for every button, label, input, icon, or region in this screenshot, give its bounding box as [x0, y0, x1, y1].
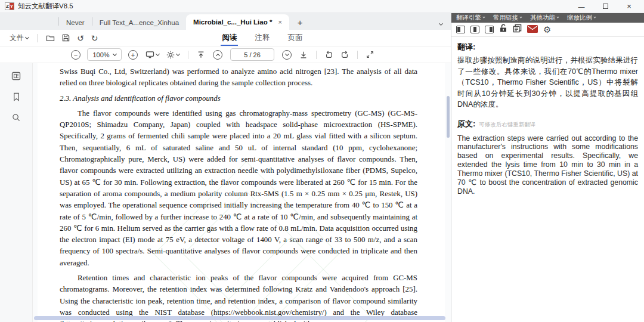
- original-hint: 可修改后右键重新翻译: [479, 121, 535, 129]
- menu-common-links[interactable]: 常用链接: [493, 14, 522, 22]
- tab-microbial-active[interactable]: Microbial_c..._Hui Liao * ×: [186, 14, 289, 30]
- lock-button[interactable]: [499, 24, 507, 35]
- tab-annotate[interactable]: 注释: [253, 30, 271, 46]
- rotate-right-button[interactable]: [340, 51, 349, 59]
- previous-page-button[interactable]: [213, 50, 222, 60]
- new-tab-button[interactable]: +: [298, 17, 303, 30]
- copy-document-icon: [513, 24, 522, 33]
- rotate-left-button[interactable]: [325, 51, 333, 59]
- folder-open-icon: [46, 34, 55, 42]
- translation-label: 翻译:: [457, 42, 638, 52]
- page-number-input[interactable]: 5 / 26: [230, 48, 274, 61]
- tab-read[interactable]: 阅读: [221, 30, 238, 46]
- thumbnail-list-icon: [11, 72, 21, 80]
- bookmarks-panel-button[interactable]: [13, 92, 20, 104]
- pdf-paragraph-1: The flavor compounds were identified usi…: [60, 108, 417, 269]
- toolbar-divider: [37, 34, 38, 42]
- monitor-icon: [145, 51, 154, 58]
- document-tab-bar: Never Full Text_A...ence_Xinhua Microbia…: [0, 13, 451, 30]
- zoom-out-button[interactable]: −: [71, 50, 80, 60]
- file-menu[interactable]: 文件: [10, 33, 29, 43]
- bookmark-icon: [13, 92, 20, 101]
- tab-fulltext[interactable]: Full Text_A...ence_Xinhua: [92, 16, 186, 30]
- menu-other-functions[interactable]: 其他功能: [530, 14, 559, 22]
- chevron-down-icon: [156, 51, 160, 55]
- save-icon: [62, 34, 70, 42]
- menu-zoom-ratio-label: 缩放比例: [567, 14, 592, 22]
- chevron-down-icon: [556, 16, 559, 18]
- app-window: Z Y 知云文献翻译V8.5 — × Never Full Text_A...e…: [0, 0, 644, 322]
- rotate-left-icon: [325, 51, 333, 59]
- translation-pane: 翻译引擎 常用链接 其他功能 缩放比例 ⚙: [451, 13, 644, 322]
- navigation-sidebar: [0, 63, 33, 322]
- chevron-up-icon: [215, 53, 219, 57]
- horizontal-scrollbar-thumb[interactable]: [34, 316, 445, 320]
- rotate-right-icon: [340, 51, 349, 59]
- translation-toolbar: ⚙: [451, 23, 644, 37]
- file-menu-label: 文件: [10, 33, 24, 43]
- original-label: 原文:: [457, 119, 475, 129]
- redo-icon: ↻: [91, 33, 98, 43]
- fullscreen-button[interactable]: [366, 51, 374, 58]
- pdf-viewer-pane: Never Full Text_A...ence_Xinhua Microbia…: [0, 13, 451, 322]
- zoom-in-button[interactable]: +: [128, 50, 138, 60]
- title-bar: Z Y 知云文献翻译V8.5 — ×: [0, 0, 644, 13]
- settings-gear-icon[interactable]: ⚙: [543, 25, 551, 34]
- brightness-button[interactable]: [166, 51, 179, 59]
- vertical-scrollbar-thumb[interactable]: [447, 96, 450, 138]
- tab-never-label: Never: [66, 19, 85, 26]
- window-title: 知云文献翻译V8.5: [18, 2, 73, 11]
- pdf-page-area[interactable]: Swiss Buqi Co., Ltd, Switzerland) was pe…: [33, 63, 451, 322]
- translation-menu-bar: 翻译引擎 常用链接 其他功能 缩放比例: [451, 13, 644, 23]
- menu-common-links-label: 常用链接: [493, 14, 518, 22]
- download-icon: [299, 51, 308, 59]
- thumbnails-panel-button[interactable]: [11, 72, 21, 83]
- toolbar-divider: [316, 51, 317, 59]
- toolbar-divider: [188, 51, 188, 59]
- translation-content: 翻译: 提取步骤按照制造商的说明进行，并根据实验结果进行了一些修改。具体来说，我…: [451, 37, 644, 322]
- next-page-button[interactable]: [282, 50, 292, 60]
- pdf-paragraph-2: Retention times and characteristic ion p…: [60, 273, 417, 322]
- copy-page-button[interactable]: [513, 24, 522, 35]
- menu-zoom-ratio[interactable]: 缩放比例: [567, 14, 596, 22]
- mail-feedback-button[interactable]: [527, 24, 538, 35]
- tab-overflow-chevron-icon[interactable]: [439, 19, 442, 26]
- zoom-level-value: 100%: [92, 51, 109, 58]
- tab-close-icon[interactable]: ×: [278, 18, 281, 26]
- chevron-down-icon: [519, 16, 522, 18]
- zoom-level-select[interactable]: 100%: [87, 48, 122, 61]
- translation-text[interactable]: 提取步骤按照制造商的说明进行，并根据实验结果进行了一些修改。具体来说，我们在70…: [457, 55, 638, 110]
- tab-page[interactable]: 页面: [286, 30, 304, 46]
- undo-button[interactable]: ↺: [77, 33, 84, 43]
- chevron-down-icon: [113, 51, 117, 55]
- menu-other-functions-label: 其他功能: [530, 14, 555, 22]
- logo-letter-y: Y: [10, 3, 14, 10]
- original-text[interactable]: The extraction steps were carried out ac…: [457, 134, 638, 196]
- go-to-top-button[interactable]: [197, 51, 205, 59]
- app-logo-icon: Z Y: [5, 2, 14, 10]
- mail-envelope-icon: [527, 25, 538, 33]
- menu-translation-engine[interactable]: 翻译引擎: [456, 14, 485, 22]
- maximize-button[interactable]: [600, 3, 611, 10]
- save-button[interactable]: [62, 34, 70, 42]
- window-controls: — ×: [576, 2, 639, 11]
- minimize-button[interactable]: —: [576, 3, 587, 10]
- page-indicator: 5 / 26: [244, 51, 261, 58]
- layout-center-panel-icon[interactable]: [470, 26, 479, 33]
- redo-button[interactable]: ↻: [91, 33, 98, 43]
- search-icon: [12, 113, 20, 122]
- toolbar-divider: [357, 51, 358, 59]
- open-file-button[interactable]: [46, 34, 55, 42]
- layout-left-panel-icon[interactable]: [456, 26, 465, 33]
- maximize-icon: [603, 4, 608, 9]
- download-button[interactable]: [299, 51, 308, 59]
- tab-never[interactable]: Never: [59, 16, 92, 30]
- layout-right-panel-icon[interactable]: [485, 26, 494, 33]
- pdf-paragraph-continuation: Swiss Buqi Co., Ltd, Switzerland) was pe…: [60, 66, 417, 89]
- search-panel-button[interactable]: [12, 113, 20, 124]
- zoom-page-toolbar: − 100% +: [0, 47, 451, 63]
- view-mode-tabs: 阅读 注释 页面: [221, 30, 304, 46]
- display-mode-button[interactable]: [145, 51, 159, 58]
- close-button[interactable]: ×: [624, 2, 634, 11]
- logo-letter-z: Z: [5, 3, 10, 10]
